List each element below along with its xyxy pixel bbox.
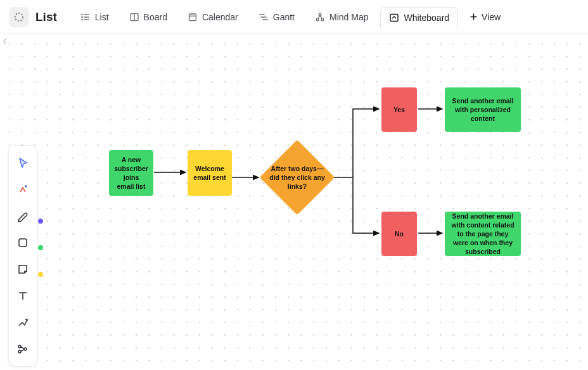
node-welcome[interactable]: Welcome email sent bbox=[188, 150, 232, 196]
tool-shape[interactable] bbox=[10, 229, 35, 256]
whiteboard-icon bbox=[389, 13, 399, 23]
node-decision[interactable]: After two days—did they click any links? bbox=[260, 140, 335, 215]
node-no-action[interactable]: Send another email with content related … bbox=[445, 212, 521, 256]
svg-rect-21 bbox=[390, 15, 398, 22]
dashed-circle-icon bbox=[14, 12, 24, 22]
square-icon bbox=[16, 236, 29, 249]
sticky-note-icon bbox=[16, 263, 29, 276]
text-icon bbox=[16, 290, 29, 302]
swatch-purple[interactable] bbox=[38, 219, 43, 224]
node-yes-action[interactable]: Send another email with personalized con… bbox=[445, 87, 521, 132]
add-view-button[interactable]: View bbox=[462, 7, 508, 27]
pen-icon bbox=[16, 210, 29, 222]
calendar-icon bbox=[188, 12, 198, 22]
svg-point-17 bbox=[316, 18, 319, 21]
node-welcome-text: Welcome email sent bbox=[193, 164, 227, 182]
whiteboard-canvas[interactable]: A new subscriber joins email list Welcom… bbox=[0, 34, 588, 370]
svg-line-19 bbox=[318, 15, 320, 18]
cursor-icon bbox=[16, 156, 29, 169]
sparkle-plus-icon bbox=[16, 183, 29, 196]
svg-point-18 bbox=[321, 18, 324, 21]
tool-select[interactable] bbox=[10, 150, 35, 176]
tab-calendar[interactable]: Calendar bbox=[179, 7, 246, 27]
nodes-icon bbox=[16, 343, 29, 355]
tab-board[interactable]: Board bbox=[121, 7, 176, 27]
svg-point-16 bbox=[319, 13, 321, 16]
page-title-block: List bbox=[9, 7, 57, 27]
svg-point-32 bbox=[18, 345, 21, 348]
node-yes-action-text: Send another email with personalized con… bbox=[450, 96, 516, 124]
tab-list-label: List bbox=[95, 12, 109, 22]
tab-calendar-label: Calendar bbox=[202, 12, 238, 22]
svg-line-36 bbox=[21, 350, 24, 352]
tab-board-label: Board bbox=[144, 12, 167, 22]
plus-icon bbox=[470, 13, 478, 21]
node-no-text: No bbox=[395, 229, 404, 238]
node-no[interactable]: No bbox=[381, 212, 417, 256]
board-icon bbox=[129, 12, 139, 22]
node-decision-text: After two days—did they click any links? bbox=[269, 164, 325, 191]
svg-rect-29 bbox=[19, 239, 27, 246]
tab-mindmap-label: Mind Map bbox=[329, 12, 368, 22]
tool-create-node[interactable] bbox=[10, 176, 35, 203]
svg-line-35 bbox=[21, 347, 24, 349]
svg-line-20 bbox=[320, 15, 322, 18]
add-view-label: View bbox=[482, 12, 501, 22]
tab-whiteboard[interactable]: Whiteboard bbox=[380, 7, 458, 28]
svg-point-4 bbox=[82, 14, 82, 15]
swatch-yellow[interactable] bbox=[38, 272, 43, 277]
connector-icon bbox=[16, 316, 29, 329]
svg-point-34 bbox=[24, 348, 27, 350]
tool-more[interactable] bbox=[10, 336, 35, 362]
mindmap-icon bbox=[315, 12, 325, 22]
tool-text[interactable] bbox=[10, 283, 35, 309]
swatch-green[interactable] bbox=[38, 245, 43, 250]
node-start[interactable]: A new subscriber joins email list bbox=[109, 150, 153, 196]
svg-point-5 bbox=[82, 16, 82, 17]
list-icon bbox=[80, 12, 91, 22]
page-title: List bbox=[35, 10, 57, 24]
tool-pen[interactable] bbox=[10, 203, 35, 229]
svg-point-0 bbox=[15, 13, 23, 20]
node-yes[interactable]: Yes bbox=[381, 87, 417, 132]
list-icon-box bbox=[9, 7, 29, 27]
svg-point-33 bbox=[18, 350, 21, 353]
node-yes-text: Yes bbox=[393, 105, 405, 114]
tab-mindmap[interactable]: Mind Map bbox=[307, 7, 376, 27]
tab-list[interactable]: List bbox=[72, 7, 117, 27]
tool-connector[interactable] bbox=[10, 309, 35, 336]
tab-whiteboard-label: Whiteboard bbox=[404, 13, 449, 23]
tab-gantt[interactable]: Gantt bbox=[250, 7, 303, 27]
whiteboard-toolbar bbox=[9, 146, 37, 366]
svg-rect-9 bbox=[189, 14, 196, 21]
node-no-action-text: Send another email with content related … bbox=[450, 212, 516, 257]
top-tab-bar: List List Board Calendar Gantt Mind Map … bbox=[0, 0, 588, 34]
tool-sticky[interactable] bbox=[10, 256, 35, 283]
svg-point-6 bbox=[82, 19, 82, 20]
node-start-text: A new subscriber joins email list bbox=[114, 155, 148, 191]
gantt-icon bbox=[259, 12, 269, 22]
tab-gantt-label: Gantt bbox=[273, 12, 295, 22]
